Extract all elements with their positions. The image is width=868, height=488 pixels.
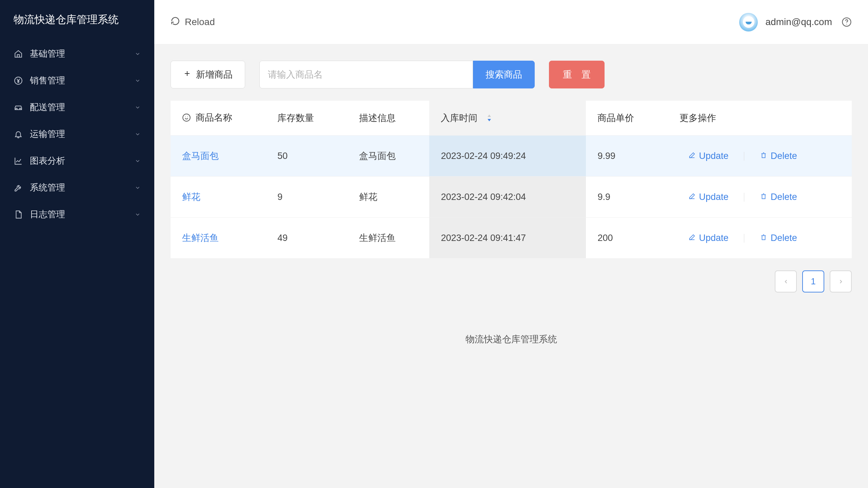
chart-icon xyxy=(14,156,23,166)
cell-time: 2023-02-24 09:49:24 xyxy=(441,151,526,161)
sidebar-item-basic[interactable]: 基础管理 xyxy=(0,40,154,67)
cell-desc: 生鲜活鱼 xyxy=(359,233,396,243)
reload-label: Reload xyxy=(185,17,215,27)
sidebar-item-label: 运输管理 xyxy=(30,128,135,140)
sidebar-item-label: 系统管理 xyxy=(30,182,135,194)
reload-button[interactable]: Reload xyxy=(171,16,215,28)
add-label: 新增商品 xyxy=(196,68,233,81)
chevron-down-icon xyxy=(135,158,141,164)
cell-price: 9.9 xyxy=(597,192,610,202)
th-time: 入库时间 xyxy=(441,112,477,124)
chevron-down-icon xyxy=(135,104,141,110)
sidebar-item-label: 销售管理 xyxy=(30,75,135,86)
search-button[interactable]: 搜索商品 xyxy=(473,61,535,88)
sidebar-item-sales[interactable]: 销售管理 xyxy=(0,67,154,94)
search-group: 搜索商品 xyxy=(259,61,535,88)
wrench-icon xyxy=(14,183,23,192)
sidebar-menu: 基础管理 销售管理 配送管理 运输管理 图表分析 xyxy=(0,40,154,228)
toolbar: 新增商品 搜索商品 重 置 xyxy=(171,61,852,88)
action-separator xyxy=(744,193,744,202)
bell-icon xyxy=(14,129,23,139)
chevron-down-icon xyxy=(135,185,141,191)
avatar[interactable] xyxy=(739,13,758,32)
action-separator xyxy=(744,234,744,243)
update-button[interactable]: Update xyxy=(688,233,729,243)
cell-quantity: 50 xyxy=(277,151,288,161)
th-time-sort[interactable]: 入库时间 xyxy=(441,112,492,124)
sidebar-item-delivery[interactable]: 配送管理 xyxy=(0,94,154,121)
user-email[interactable]: admin@qq.com xyxy=(765,17,832,27)
trash-icon xyxy=(760,151,767,161)
th-name: 商品名称 xyxy=(196,111,232,124)
th-price: 商品单价 xyxy=(597,113,634,123)
reload-icon xyxy=(171,16,180,28)
product-name-link[interactable]: 盒马面包 xyxy=(182,151,219,161)
sidebar-item-label: 日志管理 xyxy=(30,208,135,220)
table: 商品名称 库存数量 描述信息 入库时间 xyxy=(171,101,852,258)
sidebar-item-system[interactable]: 系统管理 xyxy=(0,174,154,201)
svg-point-5 xyxy=(187,117,188,117)
table-row: 盒马面包 50 盒马面包 2023-02-24 09:49:24 9.99 Up… xyxy=(171,136,852,177)
sidebar-item-charts[interactable]: 图表分析 xyxy=(0,147,154,174)
trash-icon xyxy=(760,192,767,202)
page-prev-button[interactable] xyxy=(775,270,797,292)
yen-icon xyxy=(14,76,23,85)
cell-price: 9.99 xyxy=(597,151,615,161)
th-quantity: 库存数量 xyxy=(277,113,314,123)
sidebar-item-transport[interactable]: 运输管理 xyxy=(0,121,154,147)
chevron-down-icon xyxy=(135,51,141,57)
chevron-down-icon xyxy=(135,131,141,137)
cell-price: 200 xyxy=(597,233,613,243)
th-actions: 更多操作 xyxy=(679,113,716,123)
sort-icon xyxy=(487,114,492,122)
edit-icon xyxy=(688,151,696,161)
plus-icon xyxy=(183,69,191,80)
product-name-link[interactable]: 鲜花 xyxy=(182,192,200,202)
delete-button[interactable]: Delete xyxy=(760,233,797,243)
page-next-button[interactable] xyxy=(830,270,852,292)
chevron-down-icon xyxy=(135,78,141,84)
cell-time: 2023-02-24 09:41:47 xyxy=(441,233,526,243)
sidebar: 物流快递仓库管理系统 基础管理 销售管理 配送管理 运输管理 xyxy=(0,0,154,488)
car-icon xyxy=(14,103,23,112)
edit-icon xyxy=(688,192,696,202)
cell-quantity: 49 xyxy=(277,233,288,243)
update-button[interactable]: Update xyxy=(688,192,729,202)
svg-point-2 xyxy=(846,24,847,24)
sidebar-item-label: 图表分析 xyxy=(30,155,135,167)
main: Reload admin@qq.com 新增商品 搜索商品 重 置 xyxy=(154,0,868,488)
sidebar-item-label: 配送管理 xyxy=(30,101,135,113)
sidebar-item-label: 基础管理 xyxy=(30,48,135,60)
delete-button[interactable]: Delete xyxy=(760,192,797,202)
table-header-row: 商品名称 库存数量 描述信息 入库时间 xyxy=(171,101,852,136)
action-separator xyxy=(744,152,744,161)
delete-button[interactable]: Delete xyxy=(760,151,797,161)
file-icon xyxy=(14,210,23,219)
edit-icon xyxy=(688,233,696,243)
product-name-link[interactable]: 生鲜活鱼 xyxy=(182,233,219,243)
home-icon xyxy=(14,49,23,59)
chevron-down-icon xyxy=(135,211,141,218)
page-number-button[interactable]: 1 xyxy=(802,270,824,292)
table-row: 生鲜活鱼 49 生鲜活鱼 2023-02-24 09:41:47 200 Upd… xyxy=(171,218,852,259)
table-row: 鲜花 9 鲜花 2023-02-24 09:42:04 9.9 Update xyxy=(171,177,852,218)
cell-quantity: 9 xyxy=(277,192,282,202)
sidebar-item-logs[interactable]: 日志管理 xyxy=(0,201,154,228)
reset-button[interactable]: 重 置 xyxy=(549,61,605,88)
cell-time: 2023-02-24 09:42:04 xyxy=(441,192,526,202)
add-product-button[interactable]: 新增商品 xyxy=(171,61,245,88)
svg-point-3 xyxy=(183,114,190,121)
smile-icon xyxy=(182,113,191,122)
cell-desc: 盒马面包 xyxy=(359,151,396,161)
app-title: 物流快递仓库管理系统 xyxy=(0,12,154,40)
svg-point-4 xyxy=(185,117,186,117)
content: 新增商品 搜索商品 重 置 商品名称 xyxy=(154,44,868,488)
search-input[interactable] xyxy=(259,61,473,88)
pagination: 1 xyxy=(171,270,852,299)
topbar: Reload admin@qq.com xyxy=(154,0,868,44)
trash-icon xyxy=(760,233,767,243)
help-icon[interactable] xyxy=(842,17,852,27)
footer-text: 物流快递仓库管理系统 xyxy=(171,299,852,359)
update-button[interactable]: Update xyxy=(688,151,729,161)
cell-desc: 鲜花 xyxy=(359,192,377,202)
